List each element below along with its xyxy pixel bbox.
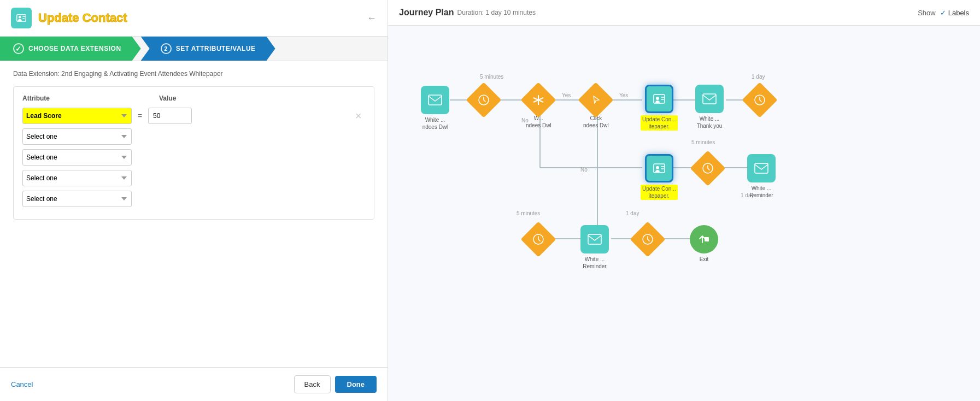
step-2[interactable]: 2 SET ATTRIBUTE/VALUE: [141, 37, 275, 61]
update2-label: Update Con...itepaper.: [641, 185, 678, 200]
table-row: Select one: [22, 128, 365, 145]
svg-rect-33: [705, 237, 709, 241]
attribute-select-2[interactable]: Select one: [22, 128, 132, 145]
exit-label: Exit: [700, 256, 709, 263]
email2-node[interactable]: White ...Thank you: [695, 85, 724, 129]
table-row: Select one: [22, 149, 365, 166]
footer-bar: Cancel Back Done: [0, 367, 388, 401]
equals-sign-1: =: [132, 111, 148, 120]
update2-node[interactable]: Update Con...itepaper.: [641, 154, 678, 200]
attr-value-table: Attribute Value Lead Score = ✕ Select on…: [13, 86, 374, 220]
wait3-node[interactable]: [695, 156, 720, 181]
left-panel: Update Contact ← ✓ CHOOSE DATA EXTENSION…: [0, 0, 388, 401]
wizard-steps: ✓ CHOOSE DATA EXTENSION 2 SET ATTRIBUTE/…: [0, 37, 388, 61]
app-icon: [11, 8, 32, 28]
step1-label: CHOOSE DATA EXTENSION: [28, 45, 121, 52]
wait3-shape: [695, 156, 720, 181]
table-header: Attribute Value: [22, 95, 365, 102]
svg-point-27: [656, 166, 659, 169]
journey-duration: Duration: 1 day 10 minutes: [457, 9, 535, 16]
update1-label: Update Con...itepaper.: [641, 115, 678, 131]
journey-connectors: [388, 26, 980, 401]
show-label-area: Show ✓ Labels: [918, 9, 969, 17]
back-button[interactable]: Back: [294, 375, 331, 393]
data-extension-value: 2nd Engaging & Activating Event Attendee…: [61, 70, 223, 78]
wait2-node[interactable]: [747, 87, 772, 113]
wait1-shape: [471, 87, 496, 113]
email4-label: White ...Reminder: [583, 256, 606, 270]
time-label-2: 1 day: [752, 74, 765, 80]
labels-checkmark: ✓: [940, 9, 946, 17]
table-row: Select one: [22, 191, 365, 207]
journey-header: Journey Plan Duration: 1 day 10 minutes …: [388, 0, 980, 26]
time-label-6: 1 day: [626, 210, 639, 216]
value-input-1[interactable]: [148, 108, 192, 124]
svg-point-1: [19, 16, 21, 19]
svg-rect-29: [755, 163, 768, 173]
journey-title: Journey Plan: [399, 8, 454, 17]
email3-node[interactable]: White ...Reminder: [747, 154, 776, 199]
page-title: Update Contact: [38, 11, 127, 25]
cancel-button[interactable]: Cancel: [11, 380, 33, 388]
labels-text: Labels: [948, 9, 969, 17]
email1-shape: [421, 86, 449, 114]
exit-shape: [690, 225, 718, 253]
form-area: Data Extension: 2nd Engaging & Activatin…: [0, 61, 388, 367]
step2-label: SET ATTRIBUTE/VALUE: [176, 45, 256, 52]
update1-shape: [645, 85, 673, 113]
svg-rect-17: [429, 95, 442, 105]
table-row: Lead Score = ✕: [22, 108, 365, 124]
svg-point-23: [656, 97, 659, 100]
back-navigation-button[interactable]: ←: [367, 13, 377, 24]
data-extension-prefix: Data Extension:: [13, 70, 60, 78]
step1-icon: ✓: [13, 43, 24, 54]
exit-node[interactable]: Exit: [690, 225, 718, 263]
update1-node[interactable]: Update Con...itepaper.: [641, 85, 678, 131]
attribute-select-4[interactable]: Select one: [22, 170, 132, 186]
header-bar: Update Contact ←: [0, 0, 388, 37]
email2-label: White ...Thank you: [697, 115, 723, 129]
svg-rect-31: [588, 234, 601, 244]
step-1[interactable]: ✓ CHOOSE DATA EXTENSION: [0, 37, 141, 61]
done-button[interactable]: Done: [335, 376, 377, 393]
split1-shape: [526, 87, 551, 113]
attribute-col-header: Attribute: [22, 95, 143, 102]
svg-rect-24: [703, 94, 716, 104]
email3-label: White ...Reminder: [749, 185, 773, 199]
time-label-1: 5 minutes: [480, 74, 503, 80]
delete-row-1-button[interactable]: ✕: [351, 111, 365, 121]
time-label-3: 5 minutes: [691, 139, 715, 145]
wait4-node[interactable]: [526, 227, 551, 252]
update2-shape: [645, 154, 673, 182]
attribute-select-3[interactable]: Select one: [22, 149, 132, 166]
split2-node[interactable]: Clickndees Dwl: [583, 87, 609, 129]
wait1-node[interactable]: [471, 87, 496, 113]
step2-icon: 2: [161, 43, 172, 54]
wait5-node[interactable]: [635, 227, 660, 252]
email4-node[interactable]: White ...Reminder: [580, 225, 609, 270]
attribute-select-5[interactable]: Select one: [22, 191, 132, 207]
step2-number: 2: [164, 45, 168, 52]
email1-label: White ...ndees Dwl: [422, 116, 448, 131]
email4-shape: [580, 225, 609, 253]
yes-label-1: Yes: [562, 92, 571, 98]
wait2-shape: [747, 87, 772, 113]
no-label-2: No: [580, 167, 588, 173]
value-col-header: Value: [159, 95, 365, 102]
split1-node[interactable]: W...ndees Dwl: [526, 87, 551, 129]
time-label-5: 5 minutes: [517, 210, 540, 216]
wait5-shape: [635, 227, 660, 252]
wait4-shape: [526, 227, 551, 252]
email1-node[interactable]: White ...ndees Dwl: [421, 86, 449, 131]
journey-canvas: 5 minutes 1 day Yes Yes No No White ...n…: [388, 26, 980, 401]
attribute-select-1[interactable]: Lead Score: [22, 108, 132, 124]
email3-shape: [747, 154, 776, 182]
table-row: Select one: [22, 170, 365, 186]
show-text: Show: [918, 9, 936, 17]
right-panel: Journey Plan Duration: 1 day 10 minutes …: [388, 0, 980, 401]
email2-shape: [695, 85, 724, 113]
yes-label-2: Yes: [619, 92, 628, 98]
data-extension-info: Data Extension: 2nd Engaging & Activatin…: [13, 70, 374, 78]
split2-shape: [583, 87, 608, 113]
